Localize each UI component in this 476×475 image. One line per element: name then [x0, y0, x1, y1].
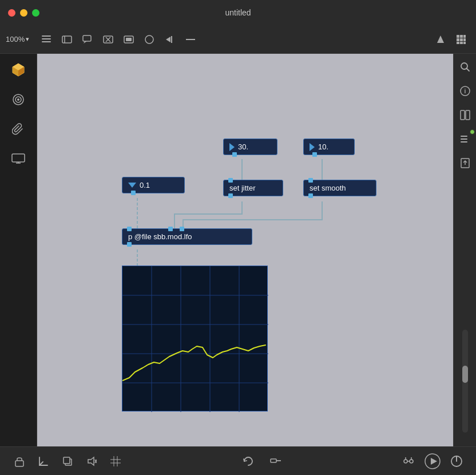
node-value-10[interactable]: 10.: [303, 138, 355, 155]
sidebar-icon-cube[interactable]: [8, 60, 29, 80]
bottom-toolbar: [0, 446, 476, 475]
svg-rect-2: [42, 41, 51, 42]
node-n6-inlet1[interactable]: [127, 227, 132, 231]
search-icon: [460, 62, 470, 72]
node-n2-outlet[interactable]: [232, 152, 237, 157]
svg-rect-11: [126, 38, 132, 41]
svg-rect-54: [461, 136, 467, 137]
toggle-button[interactable]: [120, 30, 138, 49]
sidebar-panels-button[interactable]: [457, 106, 474, 124]
grid-view-icon: [456, 34, 466, 45]
message-box-button[interactable]: [58, 30, 76, 49]
node-set-jitter[interactable]: set jitter: [223, 180, 283, 196]
svg-marker-13: [166, 37, 170, 42]
minimize-button[interactable]: [20, 9, 27, 17]
play-button[interactable]: [425, 453, 441, 469]
scroll-thumb[interactable]: [462, 366, 468, 383]
sidebar-list-button[interactable]: [457, 130, 474, 148]
grid-view-button[interactable]: [452, 30, 470, 49]
bang-icon: [103, 34, 113, 45]
snap-icon: [403, 456, 414, 467]
sidebar-search-button[interactable]: [457, 58, 474, 76]
number-box-button[interactable]: [140, 30, 158, 49]
snap-button[interactable]: [400, 453, 416, 469]
svg-rect-25: [463, 42, 466, 44]
attach-icon: [12, 123, 25, 136]
bang-button[interactable]: [99, 30, 117, 49]
grid-toggle-icon: [110, 456, 121, 466]
panels-icon: [460, 110, 470, 120]
sidebar-icon-attach[interactable]: [8, 119, 29, 140]
sidebar-info-button[interactable]: i: [457, 82, 474, 100]
node-n4-outlet[interactable]: [228, 193, 233, 198]
number-box-icon: [144, 34, 154, 45]
corner-button[interactable]: [35, 453, 51, 469]
comment-icon: [82, 34, 93, 45]
svg-rect-61: [64, 457, 70, 464]
cube-icon: [10, 61, 27, 78]
vslider-button[interactable]: [161, 30, 179, 49]
node-n5-inlet[interactable]: [308, 178, 313, 183]
list-view-button[interactable]: [37, 30, 55, 49]
export-icon: [460, 158, 470, 168]
svg-point-71: [404, 460, 407, 463]
node-value-30[interactable]: 30.: [223, 138, 277, 155]
svg-rect-69: [271, 459, 276, 462]
graph-waveform: [122, 345, 265, 381]
power-button[interactable]: [449, 453, 465, 469]
comment-button[interactable]: [78, 30, 97, 49]
node-n6-outlet[interactable]: [127, 242, 132, 247]
node-p-file-sbb-mod-lfo[interactable]: p @file sbb.mod.lfo: [122, 228, 252, 245]
node-n2-label: 30.: [238, 142, 248, 151]
copy-button[interactable]: [60, 453, 76, 469]
svg-rect-53: [466, 110, 470, 120]
toggle-icon: [124, 34, 134, 45]
hammer-icon: [270, 456, 281, 467]
zoom-control[interactable]: 100% ▾: [6, 35, 29, 43]
sidebar-export-button[interactable]: [457, 155, 474, 172]
bottom-toolbar-center: [240, 453, 284, 469]
fill-color-icon: [435, 34, 446, 45]
graph-svg: [122, 266, 268, 412]
node-value-0.1[interactable]: 0.1: [122, 177, 185, 193]
lock-button[interactable]: [11, 453, 27, 469]
close-button[interactable]: [8, 9, 15, 17]
zoom-arrow-icon: ▾: [26, 35, 29, 43]
fill-color-button[interactable]: [431, 30, 450, 49]
sidebar-icon-monitor[interactable]: [8, 149, 29, 169]
refresh-button[interactable]: [240, 453, 256, 469]
node-n6-label: p @file sbb.mod.lfo: [128, 232, 192, 241]
mute-button[interactable]: [84, 453, 100, 469]
svg-point-32: [17, 98, 19, 101]
node-n6-inlet2[interactable]: [168, 227, 173, 231]
sidebar-icon-target[interactable]: [8, 89, 29, 110]
maximize-button[interactable]: [32, 9, 39, 17]
hslider-button[interactable]: [181, 30, 200, 49]
message-box-icon: [62, 34, 72, 45]
svg-marker-62: [88, 457, 94, 465]
hammer-button[interactable]: [268, 453, 284, 469]
svg-rect-24: [460, 42, 463, 44]
node-n5-outlet[interactable]: [308, 193, 313, 198]
svg-rect-20: [457, 38, 459, 41]
node-n3-outlet[interactable]: [312, 152, 317, 157]
canvas-area[interactable]: 0.1 30. 10. set jitter set smooth: [37, 54, 453, 446]
lock-icon: [14, 456, 25, 467]
svg-rect-17: [457, 35, 459, 38]
target-icon: [12, 93, 25, 106]
window-title: untitled: [225, 8, 251, 17]
node-n1-label: 0.1: [140, 181, 150, 189]
node-n6-inlet3[interactable]: [180, 227, 184, 231]
svg-rect-19: [463, 35, 466, 38]
node-set-smooth[interactable]: set smooth: [303, 180, 376, 196]
node-n1-outlet[interactable]: [131, 191, 136, 195]
play-icon: [425, 453, 441, 469]
grid-toggle-button[interactable]: [108, 453, 124, 469]
svg-rect-56: [461, 141, 467, 142]
copy-icon: [62, 456, 73, 466]
svg-rect-21: [460, 38, 463, 41]
node-n4-inlet[interactable]: [228, 178, 233, 183]
svg-rect-18: [460, 35, 463, 38]
svg-rect-0: [42, 35, 51, 37]
toolbar: 100% ▾: [0, 25, 476, 54]
